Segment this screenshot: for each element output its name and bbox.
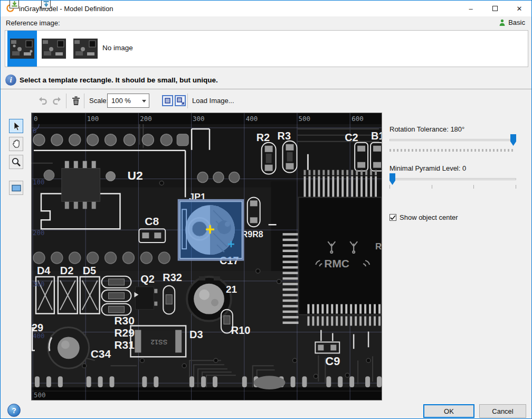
cancel-button[interactable]: Cancel xyxy=(479,404,526,418)
redo-icon xyxy=(52,96,62,105)
info-icon: i xyxy=(5,75,16,86)
pcb-label: C2 xyxy=(345,132,358,143)
ruler-top xyxy=(32,113,382,124)
show-object-center-row: Show object center xyxy=(390,213,458,221)
rotation-tolerance-label: Rotation Tolerance: 180° xyxy=(390,125,464,133)
pcb-label: 21 xyxy=(226,284,237,295)
scale-combobox[interactable]: 100 % xyxy=(107,94,149,108)
pyramid-slider-thumb[interactable] xyxy=(390,173,395,185)
minimize-button[interactable]: – xyxy=(459,1,483,16)
pyramid-slider-ticks xyxy=(390,185,516,189)
pcb-label: R29 xyxy=(115,327,135,339)
ruler-left-label: 200 xyxy=(33,229,44,237)
ruler-top-label: 100 xyxy=(87,115,99,123)
rotation-slider-ticks xyxy=(390,149,515,152)
fit-original-size-button[interactable] xyxy=(173,92,187,108)
pyramid-level-label: Minimal Pyramid Level: 0 xyxy=(390,164,466,172)
ruler-left-label: 100 xyxy=(33,178,44,186)
title-bar[interactable]: inGrayModel - Model Definition – ✕ xyxy=(1,1,531,16)
capacitor-c34 xyxy=(48,328,89,369)
pcb-label: R3 xyxy=(278,130,291,142)
hand-icon xyxy=(12,139,21,149)
ruler-left-label: 0 xyxy=(33,127,37,135)
redo-button[interactable] xyxy=(50,92,64,108)
image-editor-canvas[interactable]: 0100200300400500600 0100200300400 500 U2… xyxy=(31,113,382,401)
load-image-button[interactable]: Load Image... xyxy=(192,97,234,105)
close-icon: ✕ xyxy=(517,5,522,13)
pcb-label: D3 xyxy=(189,329,203,340)
undo-button[interactable] xyxy=(35,92,49,108)
pcb-label: C8 xyxy=(145,215,159,227)
rotation-slider-thumb[interactable] xyxy=(510,134,516,146)
pcb-label: SS12 xyxy=(151,338,168,346)
toolbar-separator xyxy=(66,94,66,108)
pointer-icon xyxy=(12,121,21,132)
magnifier-tool-button[interactable] xyxy=(9,155,23,169)
scale-value: 100 % xyxy=(111,97,131,105)
template-selection-rectangle[interactable] xyxy=(178,200,243,260)
thumbnail-image xyxy=(10,39,34,59)
ruler-top-label: 500 xyxy=(298,115,310,123)
pcb-label: R10 xyxy=(231,324,251,336)
info-bar: i Select a template rectangle. It should… xyxy=(1,72,531,89)
trash-icon xyxy=(72,96,80,106)
fit-original-size-icon xyxy=(175,95,186,106)
reference-image-strip: No image xyxy=(5,30,528,67)
download-blue-icon xyxy=(41,0,51,8)
ruler-top-label: 600 xyxy=(352,115,363,123)
pcb-label: R9R8 xyxy=(242,230,263,239)
load-reference-thumbnail[interactable] xyxy=(39,31,69,67)
maximize-button[interactable] xyxy=(483,1,507,16)
ruler-top-label: 200 xyxy=(140,115,151,123)
fit-to-window-button[interactable] xyxy=(160,92,174,108)
pcb-label: D2 xyxy=(60,265,73,276)
reference-thumbnail-selected[interactable] xyxy=(7,31,37,67)
minimize-icon: – xyxy=(469,5,472,13)
delete-button[interactable] xyxy=(69,92,83,108)
pcb-label: R32 xyxy=(163,272,182,283)
user-icon xyxy=(499,19,506,26)
thumbnail-image xyxy=(73,39,98,59)
profile-mode-label: Basic xyxy=(508,18,525,26)
header-row: Reference image: Basic xyxy=(1,16,531,30)
fit-to-window-icon xyxy=(162,95,173,106)
rotation-tolerance-slider[interactable] xyxy=(390,139,516,141)
grab-reference-thumbnail[interactable] xyxy=(71,31,100,67)
ok-button[interactable]: OK xyxy=(423,404,474,418)
editor-toolbar: Scale: 100 % Load Image... xyxy=(31,89,401,113)
ruler-bottom-label: 500 xyxy=(34,391,45,399)
question-mark-icon: ? xyxy=(12,406,16,415)
pcb-label: R31 xyxy=(115,339,135,351)
pcb-label: 29 xyxy=(32,322,43,333)
toolbar-separator xyxy=(187,94,188,108)
reference-image-label: Reference image: xyxy=(6,19,60,27)
pyramid-level-slider[interactable] xyxy=(390,178,516,180)
pcb-label: R30 xyxy=(115,314,135,327)
ruler-top-label: 0 xyxy=(34,115,38,123)
window-title: inGrayModel - Model Definition xyxy=(19,5,113,13)
show-object-center-checkbox[interactable] xyxy=(390,214,396,221)
scale-label: Scale: xyxy=(89,97,108,105)
model-definition-dialog: inGrayModel - Model Definition – ✕ Refer… xyxy=(0,0,532,419)
profile-mode-button[interactable]: Basic xyxy=(499,18,525,26)
thumbnail-image xyxy=(42,39,66,59)
chevron-down-icon xyxy=(142,100,146,103)
close-button[interactable]: ✕ xyxy=(507,1,531,16)
ruler-bottom-labels: 500 xyxy=(34,391,45,399)
rectangle-region-icon xyxy=(11,184,22,192)
maximize-icon xyxy=(492,6,498,11)
help-button[interactable]: ? xyxy=(7,404,21,417)
rectangle-tool-button[interactable] xyxy=(9,181,23,195)
pointer-tool-button[interactable] xyxy=(9,119,23,133)
ruler-bottom xyxy=(32,387,382,400)
show-object-center-label: Show object center xyxy=(400,213,458,221)
ruler-left-label: 300 xyxy=(33,280,44,288)
toolbar-separator xyxy=(84,94,84,108)
pan-tool-button[interactable] xyxy=(9,137,23,151)
download-green-icon xyxy=(10,0,19,8)
pcb-label: D4 xyxy=(37,265,50,276)
transistor-q2 xyxy=(134,287,157,310)
magnifier-icon xyxy=(11,157,21,167)
checkmark-icon xyxy=(390,215,396,220)
pcb-label: B1 xyxy=(371,130,382,142)
